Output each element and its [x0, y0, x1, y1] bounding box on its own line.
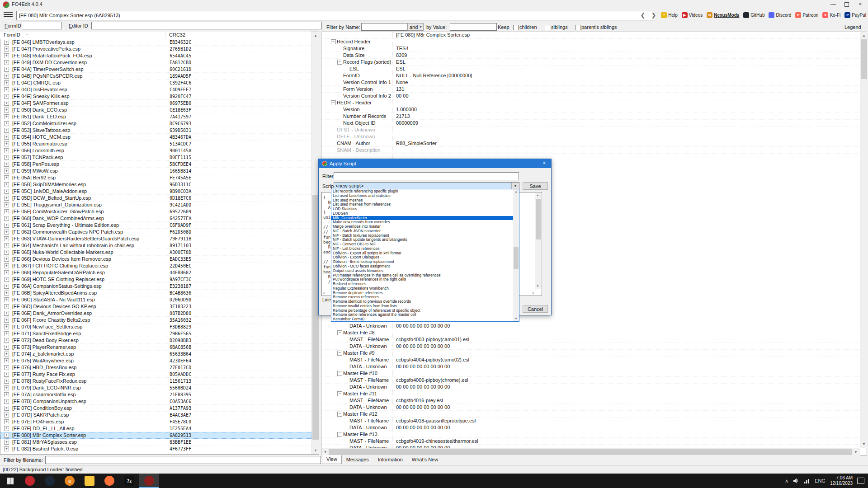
- close-button[interactable]: ×: [854, 0, 867, 9]
- collapse-icon[interactable]: −: [337, 351, 342, 356]
- minimize-button[interactable]: —: [826, 0, 840, 9]
- list-item[interactable]: +[FE 04C] CMRQL.espC392F4C6: [0, 80, 311, 86]
- notification-center-icon[interactable]: [857, 478, 864, 484]
- filter-by-filename-input[interactable]: [45, 456, 321, 464]
- list-item[interactable]: +[FE 061] Scrap Everything - Ultimate Ed…: [0, 222, 311, 229]
- scroll-right-icon[interactable]: >: [532, 291, 534, 295]
- script-option[interactable]: Oblivion - Items lookup replacement: [331, 260, 513, 264]
- expand-icon[interactable]: +: [4, 297, 9, 302]
- script-option[interactable]: Redirect references: [331, 282, 513, 286]
- list-item[interactable]: +[FE 07F] DD_FL_LL_All.esp1E255EA4: [0, 425, 311, 432]
- list-item[interactable]: +[FE 058] PenPos.esp5BCFDEE4: [0, 161, 311, 168]
- expand-icon[interactable]: +: [4, 379, 9, 384]
- tree-row[interactable]: MAST - FileNameccbgsfo4004-pipboy(camo02…: [321, 357, 859, 363]
- siblings-checkbox[interactable]: [545, 25, 550, 30]
- script-option[interactable]: M8r_ComplexSorter: [331, 216, 513, 221]
- scrollbar-thumb[interactable]: [536, 199, 541, 239]
- scrollbar-thumb[interactable]: [312, 195, 319, 440]
- list-item[interactable]: +[FE 067] FCR HOTC Clothing Replacer.esp…: [0, 263, 311, 269]
- list-item[interactable]: +[FE 077] Rusty Face Fix.espB05AADDC: [0, 371, 311, 378]
- list-item[interactable]: +[FE 049] DXM DD Convertion.espEA812CBD: [0, 59, 311, 66]
- tree-row[interactable]: CNAM - AuthorR88_SimpleSorter: [321, 140, 859, 147]
- expand-icon[interactable]: +: [4, 67, 9, 72]
- column-header-crc32[interactable]: CRC32: [169, 32, 185, 38]
- tree-row[interactable]: Form Version131: [321, 86, 859, 93]
- script-option[interactable]: Remove identical to previous override re…: [331, 300, 513, 304]
- scroll-up-icon[interactable]: ▲: [513, 189, 519, 194]
- tree-row[interactable]: FormIDNULL - Null Reference [00000000]: [321, 72, 859, 79]
- script-option[interactable]: Oblivion - Export Dialogues: [331, 255, 513, 260]
- list-item[interactable]: +[FE 068] RepopulateSalemOARPatch.esp44F…: [0, 269, 311, 276]
- expand-icon[interactable]: +: [4, 413, 9, 418]
- list-item[interactable]: +[FE 07C] ConditionBoy.espA137FA93: [0, 405, 311, 412]
- tree-row[interactable]: −Master File #9: [321, 350, 859, 357]
- network-icon[interactable]: [804, 478, 810, 484]
- list-item[interactable]: +[FE 055] Reanimator.esp513ACDC7: [0, 141, 311, 147]
- legend-link[interactable]: Legend: [844, 24, 861, 30]
- tree-row[interactable]: MAST - FileNameccbgsfo4018-gaussriflepro…: [321, 418, 859, 424]
- script-option[interactable]: NIF - Convert OBJ to NIF: [331, 242, 513, 247]
- script-option[interactable]: Oblivion - OCO faces assignment: [331, 264, 513, 269]
- scroll-up-icon[interactable]: ▲: [312, 32, 319, 39]
- tree-row[interactable]: Next Object ID00000009: [321, 120, 859, 127]
- maximize-button[interactable]: [840, 0, 854, 9]
- filter-by-name-input[interactable]: [361, 23, 408, 31]
- expand-icon[interactable]: +: [4, 270, 9, 275]
- expand-icon[interactable]: +: [4, 101, 9, 106]
- expand-icon[interactable]: +: [4, 243, 9, 248]
- expand-icon[interactable]: +: [4, 399, 9, 404]
- record-tab[interactable]: [FE 080] M8r Complex Sorter.esp (6A82951…: [16, 11, 654, 20]
- cancel-button[interactable]: Cancel: [523, 305, 548, 313]
- record-view-column-header[interactable]: [FE 080] M8r Complex Sorter.esp: [321, 32, 859, 39]
- expand-icon[interactable]: +: [4, 135, 9, 140]
- tree-row[interactable]: DATA - Unknown00 00 00 00 00 00 00 00: [321, 363, 859, 370]
- expand-icon[interactable]: +: [4, 433, 9, 438]
- list-item[interactable]: +[FE 04E] Sneaky Kills.esp8920FC47: [0, 93, 311, 100]
- list-item[interactable]: +[FE 04F] SAMFormer.esp06975EB0: [0, 100, 311, 107]
- expand-icon[interactable]: +: [4, 216, 9, 221]
- list-item[interactable]: +[FE 079] Dank_ECO-INNR.esp5560BD24: [0, 385, 311, 391]
- collapse-icon[interactable]: −: [337, 330, 342, 335]
- list-item[interactable]: +[FE 052] ComMoisturizer.espDC9C6793: [0, 120, 311, 127]
- dialog-filter-input[interactable]: [334, 172, 519, 180]
- expand-icon[interactable]: +: [4, 47, 9, 52]
- expand-icon[interactable]: +: [4, 87, 9, 92]
- expand-icon[interactable]: +: [4, 406, 9, 411]
- list-item[interactable]: +[FE 076] HBD_DressBox.esp27F017CD: [0, 364, 311, 371]
- tree-row[interactable]: DATA - Unknown00 00 00 00 00 00 00 00: [321, 404, 859, 411]
- script-option[interactable]: LODGen: [331, 211, 513, 216]
- expand-icon[interactable]: +: [4, 277, 9, 282]
- link-discord[interactable]: Discord: [769, 12, 791, 18]
- list-item[interactable]: +[FE 05C] 1nivDD_MaleAddon.esp9B90C03A: [0, 188, 311, 195]
- parents-siblings-checkbox[interactable]: [575, 25, 580, 30]
- nav-forward-icon[interactable]: ❯: [650, 12, 657, 19]
- tab-messages[interactable]: Messages: [342, 455, 373, 464]
- scroll-right-icon[interactable]: ►: [853, 448, 860, 455]
- expand-icon[interactable]: +: [4, 53, 9, 58]
- collapse-icon[interactable]: −: [337, 371, 342, 376]
- taskbar-app-steam[interactable]: [40, 474, 60, 488]
- expand-icon[interactable]: +: [4, 392, 9, 397]
- expand-icon[interactable]: +: [4, 108, 9, 113]
- link-paypal[interactable]: PPayPal: [844, 12, 866, 18]
- list-item[interactable]: +[FE 06B] SpicyAlteredBipedAnims.espBC4B…: [0, 290, 311, 296]
- expand-icon[interactable]: +: [4, 209, 9, 214]
- expand-icon[interactable]: +: [4, 358, 9, 363]
- list-item[interactable]: +[FE 04A] TimerPowerSwitch.esp60C2161D: [0, 66, 311, 73]
- script-option[interactable]: Regular Expressions Workbench: [331, 286, 513, 291]
- list-item[interactable]: +[FE 07A] csaarmorslotfix.esp21FB8395: [0, 391, 311, 398]
- taskbar-app-opera[interactable]: [20, 474, 40, 488]
- list-item[interactable]: +[FE 048] RutahTattooPack_FO4.esp654AAC4…: [0, 52, 311, 59]
- tree-row[interactable]: −Master File #12: [321, 411, 859, 418]
- script-option[interactable]: Oblivion - Export all scripts in xml for…: [331, 251, 513, 256]
- clock[interactable]: 7:06 AM 12/10/2023: [830, 475, 853, 486]
- tree-row[interactable]: Version Control Info 200 00: [321, 93, 859, 99]
- collapse-icon[interactable]: −: [337, 391, 342, 396]
- scroll-up-icon[interactable]: ▲: [860, 32, 868, 39]
- script-option[interactable]: Remove excess references: [331, 295, 513, 300]
- expand-icon[interactable]: +: [4, 446, 9, 451]
- link-nexusmods[interactable]: NNexusMods: [707, 12, 739, 18]
- script-option[interactable]: NIF - List blocks references: [331, 247, 513, 251]
- list-item[interactable]: +[FE 06D] Devious Devices GO KP.esp3F183…: [0, 303, 311, 310]
- scroll-up-icon[interactable]: ▲: [535, 193, 541, 198]
